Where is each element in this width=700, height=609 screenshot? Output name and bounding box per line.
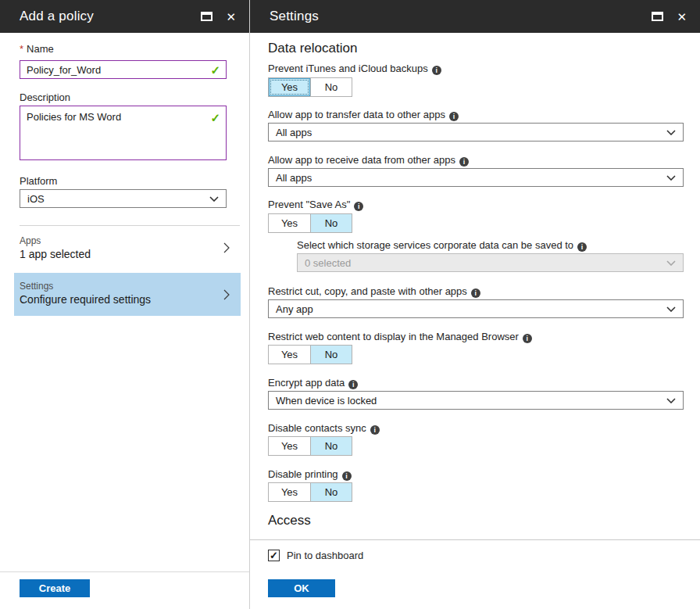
info-icon[interactable]: i <box>577 242 587 252</box>
description-field-wrap: Policies for MS Word ✓ <box>20 106 227 163</box>
check-icon: ✓ <box>270 550 278 561</box>
chevron-down-icon <box>666 306 676 312</box>
platform-select[interactable]: iOS <box>20 189 227 208</box>
valid-checkmark-icon: ✓ <box>210 111 220 125</box>
select-storage-services: 0 selected <box>297 253 684 272</box>
info-icon[interactable]: i <box>459 157 469 167</box>
name-field-wrap: ✓ <box>20 60 227 79</box>
toggle-yes-option[interactable]: Yes <box>269 78 310 96</box>
nav-item-settings-label: Settings <box>20 281 241 292</box>
nav-item-apps-label: Apps <box>20 235 241 246</box>
toggle-yes-option[interactable]: Yes <box>269 483 310 501</box>
select-value: All apps <box>276 172 312 184</box>
toggle-no-option[interactable]: No <box>310 78 352 96</box>
chevron-right-icon <box>223 242 230 253</box>
info-icon[interactable]: i <box>523 334 532 343</box>
pin-to-dashboard-row[interactable]: ✓ Pin to dashboard <box>268 550 363 561</box>
select-value: 0 selected <box>305 257 351 269</box>
toggle-no-option[interactable]: No <box>310 483 352 501</box>
label-prevent-save-as: Prevent "Save As"i <box>268 199 363 211</box>
chevron-down-icon <box>666 398 676 403</box>
toggle-yes-option[interactable]: Yes <box>269 437 310 455</box>
footer-divider <box>0 571 249 572</box>
label-encrypt-app-data: Encrypt app datai <box>268 377 358 389</box>
label-disable-contacts-sync: Disable contacts synci <box>268 422 380 435</box>
toggle-yes-option[interactable]: Yes <box>269 346 310 364</box>
valid-checkmark-icon: ✓ <box>210 63 220 77</box>
pin-to-dashboard-label: Pin to dashboard <box>287 550 363 561</box>
select-value: All apps <box>276 127 312 138</box>
section-heading-data-relocation: Data relocation <box>268 41 357 56</box>
select-allow-transfer-data[interactable]: All apps <box>268 123 684 142</box>
required-asterisk: * <box>20 43 23 55</box>
select-allow-receive-data[interactable]: All apps <box>268 168 684 187</box>
select-restrict-cut-copy-paste[interactable]: Any app <box>268 299 684 318</box>
toggle-yes-option[interactable]: Yes <box>269 214 310 232</box>
toggle-no-option[interactable]: No <box>310 437 352 455</box>
info-icon[interactable]: i <box>449 112 459 121</box>
select-value: Any app <box>276 303 313 315</box>
nav-item-apps-detail: 1 app selected <box>20 248 241 260</box>
settings-blade-header: Settings ✕ <box>250 0 700 33</box>
info-icon[interactable]: i <box>432 66 441 75</box>
nav-item-settings[interactable]: Settings Configure required settings <box>14 273 241 316</box>
toggle-prevent-itunes-icloud-backups: Yes No <box>268 77 352 97</box>
label-restrict-web-content: Restrict web content to display in the M… <box>268 331 532 343</box>
select-value: When device is locked <box>276 395 377 407</box>
info-icon[interactable]: i <box>471 288 480 298</box>
toggle-disable-contacts-sync: Yes No <box>268 436 352 456</box>
maximize-icon[interactable] <box>652 12 663 21</box>
toggle-no-option[interactable]: No <box>310 214 352 232</box>
chevron-down-icon <box>666 130 676 135</box>
add-policy-blade: Add a policy ✕ *Name ✓ Description Polic… <box>0 0 250 609</box>
name-input[interactable] <box>20 60 227 79</box>
nav-item-settings-detail: Configure required settings <box>20 293 241 306</box>
create-button[interactable]: Create <box>20 579 90 597</box>
label-storage-services: Select which storage services corporate … <box>297 239 587 252</box>
section-divider <box>20 225 240 226</box>
chevron-right-icon <box>223 289 230 300</box>
chevron-down-icon <box>666 260 676 266</box>
settings-blade: Settings ✕ Data relocation Prevent iTune… <box>250 0 700 609</box>
close-icon[interactable]: ✕ <box>675 10 688 23</box>
nav-item-apps[interactable]: Apps 1 app selected <box>14 229 241 266</box>
toggle-restrict-web-content: Yes No <box>268 345 352 364</box>
platform-label: Platform <box>20 175 57 187</box>
maximize-icon[interactable] <box>201 12 212 21</box>
description-textarea[interactable]: Policies for MS Word <box>20 106 227 160</box>
label-disable-printing: Disable printingi <box>268 468 352 481</box>
info-icon[interactable]: i <box>342 471 352 481</box>
ok-button[interactable]: OK <box>268 579 335 597</box>
label-restrict-cut-copy-paste: Restrict cut, copy, and paste with other… <box>268 285 480 298</box>
close-icon[interactable]: ✕ <box>224 10 238 23</box>
toggle-disable-printing: Yes No <box>268 482 352 502</box>
toggle-prevent-save-as: Yes No <box>268 213 352 233</box>
chevron-down-icon <box>666 175 676 181</box>
toggle-no-option[interactable]: No <box>310 346 352 364</box>
add-policy-blade-header: Add a policy ✕ <box>0 0 249 33</box>
name-label: *Name <box>20 43 54 55</box>
description-label: Description <box>20 91 70 103</box>
label-allow-receive-data: Allow app to receive data from other app… <box>268 154 469 167</box>
chevron-down-icon <box>209 196 219 202</box>
footer-divider <box>250 539 700 540</box>
blade-title-add-policy: Add a policy <box>20 9 94 24</box>
label-allow-transfer-data: Allow app to transfer data to other apps… <box>268 109 459 121</box>
info-icon[interactable]: i <box>348 380 358 389</box>
info-icon[interactable]: i <box>370 425 380 435</box>
platform-select-value: iOS <box>27 193 45 205</box>
section-heading-access: Access <box>268 513 311 528</box>
select-encrypt-app-data[interactable]: When device is locked <box>268 391 684 410</box>
blade-title-settings: Settings <box>270 9 319 24</box>
label-prevent-itunes-icloud-backups: Prevent iTunes and iCloud backupsi <box>268 63 441 75</box>
info-icon[interactable]: i <box>354 202 363 211</box>
pin-to-dashboard-checkbox[interactable]: ✓ <box>268 550 280 561</box>
